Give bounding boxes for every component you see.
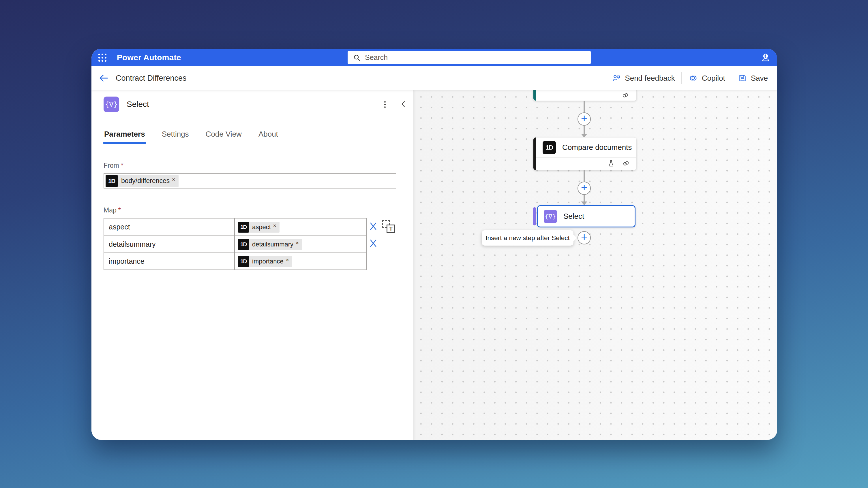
panel-header-icons: [382, 96, 409, 112]
connector-logo-icon: 1D: [105, 175, 118, 187]
copilot-label: Copilot: [702, 74, 725, 83]
map-field-label: Map*: [103, 206, 413, 214]
tooltip-text: Insert a new step after Select: [486, 234, 569, 242]
map-row-detailsummary: detailsummary 1D detailsummary ×: [104, 235, 366, 253]
token-label: detailsummary: [252, 241, 293, 248]
token-chip-body-differences[interactable]: 1D body/differences ×: [105, 175, 179, 187]
collapse-panel-icon[interactable]: [398, 98, 409, 111]
panel-tabs: Parameters Settings Code View About: [103, 130, 413, 144]
remove-token-icon[interactable]: ×: [172, 176, 175, 183]
remove-token-icon[interactable]: ×: [296, 240, 299, 246]
insert-step-button[interactable]: +: [578, 112, 591, 126]
select-node-selected[interactable]: {∇} Select: [533, 205, 636, 227]
desktop-background: Power Automate: [0, 0, 868, 488]
search-input[interactable]: [365, 53, 586, 62]
select-action-icon: {∇}: [103, 97, 119, 112]
switch-to-text-mode-icon[interactable]: T: [382, 220, 395, 233]
connector-logo-icon: 1D: [238, 256, 249, 267]
node-accent-bar: [533, 207, 536, 225]
send-feedback-icon: [612, 73, 621, 83]
from-input[interactable]: 1D body/differences ×: [103, 173, 396, 189]
map-value-input[interactable]: 1D aspect ×: [235, 219, 366, 235]
token-label: aspect: [252, 223, 271, 231]
test-flask-icon[interactable]: [607, 159, 615, 168]
node-accent-bar: [533, 137, 536, 170]
from-label-text: From: [103, 162, 119, 169]
copilot-button[interactable]: Copilot: [682, 69, 732, 87]
node-footer: [533, 158, 637, 169]
copilot-icon: [688, 73, 698, 83]
map-row-importance: importance 1D importance ×: [104, 253, 366, 269]
from-field-label: From*: [103, 162, 413, 169]
map-table: aspect 1D aspect ×: [103, 218, 367, 270]
connector-arrow: [581, 201, 587, 205]
link-icon[interactable]: [622, 159, 630, 168]
send-feedback-label: Send feedback: [625, 74, 675, 83]
connector-line: [584, 126, 585, 134]
send-feedback-button[interactable]: Send feedback: [606, 69, 681, 87]
map-key-input[interactable]: detailsummary: [104, 236, 235, 253]
token-label: body/differences: [121, 177, 169, 185]
compare-documents-card[interactable]: 1D Compare documents: [533, 137, 637, 158]
power-automate-window: Power Automate: [91, 49, 777, 440]
remove-token-icon[interactable]: ×: [286, 257, 289, 263]
token-chip-aspect[interactable]: 1D aspect ×: [238, 222, 280, 233]
map-key-input[interactable]: aspect: [104, 219, 235, 235]
link-icon[interactable]: [621, 91, 629, 100]
node-accent-bar: [533, 90, 536, 101]
required-asterisk: *: [118, 206, 121, 214]
select-action-glyph: {∇}: [105, 101, 118, 108]
global-search-box[interactable]: [348, 51, 591, 64]
token-chip-importance[interactable]: 1D importance ×: [238, 256, 292, 267]
token-label: importance: [252, 258, 284, 265]
map-value-input[interactable]: 1D detailsummary ×: [235, 236, 366, 253]
flow-header-bar: Contract Differences Send feedback: [91, 66, 777, 90]
panel-header: {∇} Select: [103, 96, 413, 112]
tab-about[interactable]: About: [258, 130, 279, 144]
node-title: Compare documents: [562, 143, 632, 152]
select-action-glyph: {∇}: [545, 213, 556, 220]
search-icon: [353, 54, 361, 62]
connector-logo-icon: 1D: [238, 222, 249, 233]
action-details-panel: {∇} Select Parameters Settings: [91, 90, 414, 440]
app-launcher-icon[interactable]: [98, 54, 106, 62]
map-value-input[interactable]: 1D importance ×: [235, 253, 366, 269]
insert-step-button[interactable]: +: [578, 182, 591, 195]
required-asterisk: *: [121, 162, 123, 169]
select-node-card[interactable]: {∇} Select: [537, 205, 636, 227]
save-icon: [738, 73, 747, 83]
flow-canvas[interactable]: + 1D Compare documents: [414, 90, 777, 440]
select-action-icon: {∇}: [544, 210, 557, 223]
more-options-icon[interactable]: [382, 98, 388, 111]
connector-logo-icon: 1D: [542, 141, 556, 154]
back-button[interactable]: [95, 70, 112, 86]
panel-action-title: Select: [127, 100, 149, 109]
remove-token-icon[interactable]: ×: [273, 223, 276, 229]
save-label: Save: [751, 74, 768, 83]
app-top-bar: Power Automate: [91, 49, 777, 66]
token-chip-detailsummary[interactable]: 1D detailsummary ×: [238, 239, 302, 250]
compare-documents-node[interactable]: 1D Compare documents: [533, 137, 637, 170]
back-arrow-icon: [98, 73, 109, 84]
product-name: Power Automate: [117, 53, 181, 62]
flow-title: Contract Differences: [116, 74, 187, 83]
tab-settings[interactable]: Settings: [161, 130, 189, 144]
connector-line: [584, 195, 585, 202]
save-button[interactable]: Save: [732, 69, 774, 87]
map-key-input[interactable]: importance: [104, 253, 235, 269]
map-label-text: Map: [103, 206, 117, 214]
workspace: {∇} Select Parameters Settings: [91, 90, 777, 440]
delete-row-icon[interactable]: [368, 238, 378, 248]
insert-step-tooltip: Insert a new step after Select: [482, 230, 574, 246]
account-environment-icon[interactable]: [761, 53, 771, 63]
tab-parameters[interactable]: Parameters: [103, 130, 146, 144]
insert-step-after-select-button[interactable]: +: [578, 231, 591, 245]
connector-line: [584, 170, 585, 182]
previous-node-partial[interactable]: [533, 90, 637, 101]
tab-code-view[interactable]: Code View: [205, 130, 242, 144]
map-row-aspect: aspect 1D aspect ×: [104, 219, 366, 235]
connector-line: [584, 101, 585, 113]
delete-row-icon[interactable]: [368, 221, 378, 231]
node-title: Select: [563, 212, 584, 221]
connector-logo-icon: 1D: [238, 239, 249, 250]
